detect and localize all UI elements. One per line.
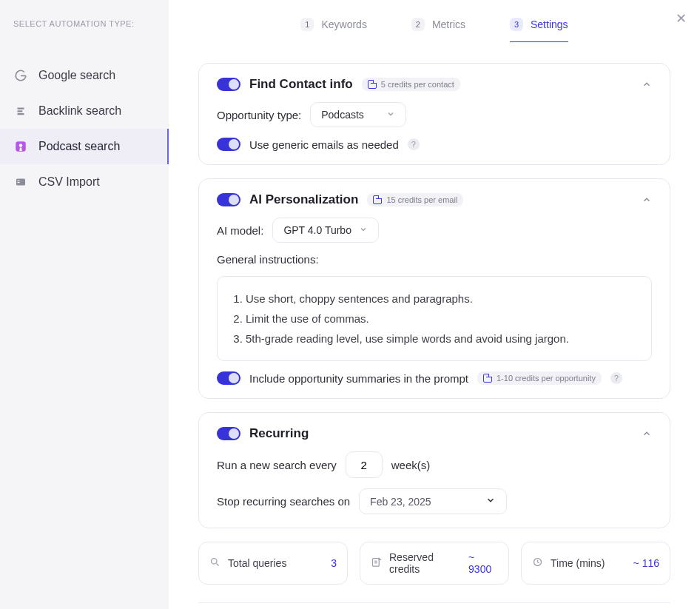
general-instructions-box[interactable]: Use short, choppy sentences and paragrap… (217, 276, 652, 361)
credits-icon (373, 195, 382, 204)
step-number: 2 (411, 18, 425, 31)
recurring-stop-date-select[interactable]: Feb 23, 2025 (359, 488, 507, 514)
search-icon (209, 556, 221, 570)
svg-rect-4 (18, 182, 20, 183)
general-instructions-label: General instructions: (217, 253, 319, 266)
stats-row: Total queries 3 Reserved credits ~ 9300 … (198, 542, 670, 585)
clock-icon (532, 556, 543, 570)
card-title: Find Contact info (249, 77, 353, 92)
stat-total-queries: Total queries 3 (198, 542, 348, 585)
recurring-stop-label: Stop recurring searches on (217, 495, 350, 508)
cost-badge-contact: 5 credits per contact (362, 78, 460, 91)
stat-label: Total queries (228, 557, 286, 569)
stat-value: 3 (331, 557, 337, 569)
card-ai-personalization: AI Personalization 15 credits per email … (198, 178, 670, 399)
chevron-down-icon (485, 495, 496, 508)
cost-badge-ai: 15 credits per email (367, 193, 463, 206)
cost-badge-summaries: 1-10 credits per opportunity (477, 371, 602, 385)
recurring-every-suffix: week(s) (391, 459, 431, 471)
toggle-generic-emails[interactable] (217, 138, 240, 151)
chevron-down-icon (359, 224, 368, 236)
date-value: Feb 23, 2025 (370, 496, 431, 508)
card-find-contact: Find Contact info 5 credits per contact … (198, 63, 670, 165)
credits-icon (368, 80, 377, 89)
sidebar-item-podcast-search[interactable]: Podcast search (0, 129, 169, 164)
help-icon[interactable]: ? (610, 372, 622, 384)
svg-point-5 (212, 559, 218, 565)
collapse-icon[interactable] (642, 79, 652, 90)
credits-icon (371, 556, 382, 570)
sidebar-item-label: Podcast search (38, 140, 120, 153)
recurring-every-prefix: Run a new search every (217, 459, 337, 471)
sidebar-item-label: Backlink search (38, 104, 121, 118)
opportunity-type-label: Opportunity type: (217, 109, 301, 121)
sidebar-item-label: CSV Import (38, 175, 100, 189)
toggle-ai-personalization[interactable] (217, 193, 240, 206)
card-title: AI Personalization (249, 192, 358, 207)
toggle-recurring[interactable] (217, 427, 240, 440)
svg-line-6 (216, 563, 218, 565)
opportunity-type-select[interactable]: Podcasts (310, 102, 406, 127)
stat-label: Reserved credits (389, 551, 461, 575)
svg-rect-3 (18, 181, 20, 181)
sidebar: SELECT AUTOMATION TYPE: Google search Ba… (0, 0, 169, 609)
google-icon (13, 68, 28, 83)
stat-label: Time (mins) (551, 557, 605, 569)
generic-emails-label: Use generic emails as needed (249, 138, 399, 151)
step-label: Settings (531, 18, 568, 30)
card-recurring: Recurring Run a new search every week(s)… (198, 412, 670, 528)
step-keywords[interactable]: 1 Keywords (300, 13, 366, 42)
ai-model-select[interactable]: GPT 4.0 Turbo (272, 218, 379, 243)
sidebar-item-backlink-search[interactable]: Backlink search (0, 93, 169, 129)
recurring-interval-input[interactable] (346, 451, 383, 478)
stat-value: ~ 9300 (468, 551, 498, 575)
step-number: 1 (300, 18, 314, 31)
card-title: Recurring (249, 426, 309, 441)
step-settings[interactable]: 3 Settings (510, 13, 568, 42)
instruction-item: Limit the use of commas. (246, 309, 636, 329)
select-value: GPT 4.0 Turbo (283, 224, 351, 236)
stepper: 1 Keywords 2 Metrics 3 Settings (198, 0, 670, 50)
step-label: Metrics (432, 18, 465, 30)
collapse-icon[interactable] (642, 428, 652, 439)
svg-rect-7 (373, 559, 380, 567)
podcast-icon (13, 139, 28, 154)
step-metrics[interactable]: 2 Metrics (411, 13, 465, 42)
toggle-include-summaries[interactable] (217, 371, 240, 385)
stat-value: ~ 116 (633, 557, 659, 569)
credits-icon (483, 374, 492, 383)
csv-icon (13, 175, 28, 189)
divider (198, 602, 670, 603)
help-icon[interactable]: ? (408, 138, 420, 150)
sidebar-item-label: Google search (38, 69, 115, 82)
ai-model-label: AI model: (217, 224, 263, 237)
chevron-down-icon (386, 109, 395, 121)
sidebar-item-csv-import[interactable]: CSV Import (0, 164, 169, 200)
sidebar-item-google-search[interactable]: Google search (0, 58, 169, 93)
close-icon[interactable]: ✕ (676, 10, 687, 27)
backlink-icon (13, 104, 28, 118)
sidebar-title: SELECT AUTOMATION TYPE: (0, 19, 169, 28)
stat-reserved-credits: Reserved credits ~ 9300 (360, 542, 509, 585)
main-panel: ✕ 1 Keywords 2 Metrics 3 Settings Find C… (169, 0, 700, 609)
stat-time: Time (mins) ~ 116 (521, 542, 670, 585)
toggle-find-contact[interactable] (217, 78, 240, 91)
svg-point-1 (19, 144, 23, 147)
instruction-item: 5th-grade reading level, use simple word… (246, 329, 636, 349)
step-number: 3 (510, 18, 523, 31)
step-label: Keywords (321, 18, 366, 30)
select-value: Podcasts (321, 109, 364, 121)
instruction-item: Use short, choppy sentences and paragrap… (246, 289, 636, 309)
include-summaries-label: Include opportunity summaries in the pro… (249, 372, 468, 385)
collapse-icon[interactable] (642, 195, 652, 205)
